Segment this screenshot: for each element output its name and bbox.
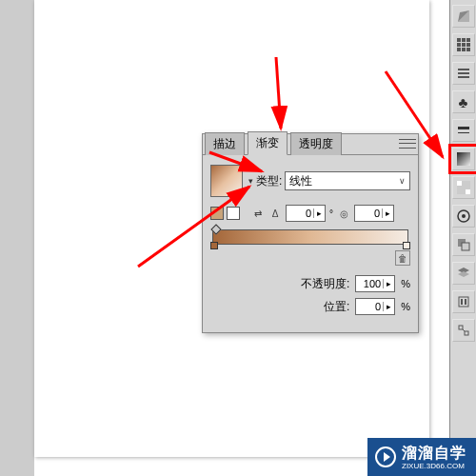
opacity-input[interactable]: ▸ [355, 275, 395, 292]
svg-rect-9 [462, 48, 466, 51]
gradient-preview-swatch[interactable] [210, 165, 243, 197]
opacity-field[interactable] [356, 278, 383, 289]
svg-rect-7 [466, 43, 470, 47]
svg-rect-5 [457, 43, 461, 47]
pasteboard [0, 0, 34, 476]
gradient-bar[interactable] [210, 229, 410, 245]
transparency-icon[interactable] [452, 176, 475, 199]
svg-rect-12 [458, 72, 469, 74]
tab-transparency[interactable]: 透明度 [290, 132, 342, 155]
svg-rect-18 [457, 181, 462, 186]
tab-stroke[interactable]: 描边 [205, 132, 245, 155]
color-stop-right[interactable] [403, 242, 410, 249]
opacity-label: 不透明度: [301, 276, 349, 292]
type-value: 线性 [289, 173, 312, 189]
svg-rect-16 [457, 152, 470, 166]
svg-rect-2 [457, 38, 461, 42]
position-label: 位置: [324, 299, 349, 315]
svg-rect-30 [465, 331, 468, 335]
svg-rect-29 [459, 326, 463, 329]
fill-swatch[interactable] [210, 207, 224, 220]
links-icon[interactable] [452, 319, 475, 342]
panel-menu-icon[interactable] [399, 137, 416, 150]
panel-tabs: 描边 渐变 透明度 [203, 134, 418, 155]
svg-point-21 [462, 214, 466, 218]
svg-rect-3 [462, 38, 466, 42]
watermark-play-icon [375, 446, 396, 467]
gradient-ramp[interactable] [212, 229, 408, 245]
stroke-swatch[interactable] [227, 207, 240, 220]
panel-body: ▾ 类型: 线性 ∨ ⇄ Δ ▸ ° ◎ ▸ [203, 155, 418, 332]
delete-stop-icon[interactable]: 🗑 [395, 250, 410, 266]
svg-rect-4 [466, 38, 470, 42]
appearance-icon[interactable] [452, 205, 475, 228]
position-field[interactable] [356, 301, 383, 312]
svg-rect-14 [458, 127, 469, 129]
type-label: 类型: [256, 173, 282, 189]
svg-rect-15 [458, 132, 469, 133]
position-stepper[interactable]: ▸ [383, 302, 394, 311]
watermark-text: 溜溜自学 [402, 445, 466, 461]
watermark: 溜溜自学 ZIXUE.3D66.COM [367, 438, 476, 476]
chevron-down-icon: ∨ [399, 176, 406, 186]
svg-rect-28 [465, 299, 466, 305]
type-select[interactable]: 线性 ∨ [285, 171, 410, 190]
svg-rect-8 [457, 48, 461, 51]
aspect-stepper[interactable]: ▸ [382, 208, 393, 218]
color-icon[interactable] [452, 5, 475, 28]
angle-input[interactable]: ▸ [286, 205, 326, 222]
swatches-icon[interactable] [452, 33, 475, 56]
swatch-menu-icon[interactable]: ▾ [248, 176, 256, 186]
pct-label-2: % [401, 301, 410, 312]
position-input[interactable]: ▸ [355, 298, 395, 315]
aspect-icon: ◎ [337, 207, 350, 220]
svg-rect-23 [462, 243, 469, 250]
tab-gradient[interactable]: 渐变 [248, 131, 288, 155]
angle-field[interactable] [287, 208, 313, 219]
angle-icon: Δ [268, 207, 282, 220]
brushes-icon[interactable] [452, 62, 475, 85]
svg-rect-6 [462, 43, 466, 47]
svg-line-31 [463, 329, 465, 331]
symbols-icon[interactable]: ♣ [452, 90, 475, 113]
actions-icon[interactable] [452, 290, 475, 313]
svg-rect-19 [466, 189, 470, 194]
fill-stroke-toggle[interactable] [210, 207, 240, 220]
svg-rect-27 [461, 299, 463, 305]
opacity-stepper[interactable]: ▸ [383, 279, 394, 288]
watermark-sub: ZIXUE.3D66.COM [402, 462, 466, 470]
angle-stepper[interactable]: ▸ [313, 208, 325, 218]
stroke-icon[interactable] [452, 119, 475, 142]
aspect-field[interactable] [355, 208, 382, 219]
pct-label: % [401, 278, 410, 289]
color-stop-left[interactable] [210, 242, 218, 249]
svg-rect-26 [459, 297, 468, 307]
reverse-gradient-icon[interactable]: ⇄ [251, 207, 265, 220]
svg-rect-10 [466, 48, 470, 51]
degree-label: ° [329, 208, 333, 219]
aspect-input[interactable]: ▸ [354, 205, 394, 222]
sidebar: ♣ [449, 0, 476, 476]
graphic-styles-icon[interactable] [452, 233, 475, 256]
layers-icon[interactable] [452, 262, 475, 285]
svg-rect-11 [458, 69, 469, 70]
gradient-icon[interactable] [452, 148, 475, 170]
svg-marker-25 [458, 271, 469, 277]
svg-rect-13 [458, 76, 469, 78]
gradient-panel: 描边 渐变 透明度 ▾ 类型: 线性 ∨ ⇄ Δ ▸ ° ◎ [202, 133, 419, 333]
